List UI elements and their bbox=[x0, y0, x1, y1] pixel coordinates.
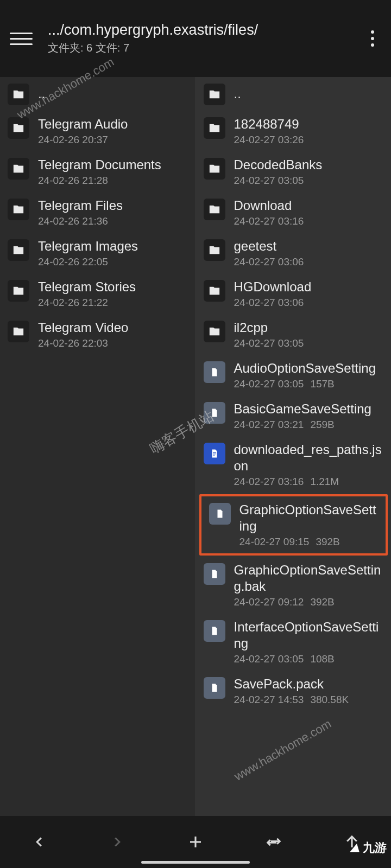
folder-icon bbox=[8, 280, 29, 302]
row-text: DecodedBanks24-02-27 03:05 bbox=[234, 157, 384, 187]
item-meta: 24-02-26 22:05 bbox=[38, 256, 188, 268]
folder-row[interactable]: Download24-02-27 03:16 bbox=[196, 192, 392, 233]
item-meta: 24-02-27 03:05108B bbox=[234, 653, 384, 665]
folder-row[interactable]: HGDownload24-02-27 03:06 bbox=[196, 273, 392, 314]
folder-row[interactable]: Telegram Audio24-02-26 20:37 bbox=[0, 111, 195, 151]
item-meta: 24-02-26 21:22 bbox=[38, 297, 188, 309]
item-name: BasicGameSaveSetting bbox=[234, 401, 384, 417]
item-name: GraphicOptionSaveSetting.bak bbox=[234, 562, 384, 595]
add-button[interactable] bbox=[174, 826, 217, 858]
row-text: Download24-02-27 03:16 bbox=[234, 197, 384, 227]
parent-directory-row[interactable]: .. bbox=[196, 77, 392, 111]
file-icon bbox=[204, 402, 225, 424]
file-row[interactable]: GraphicOptionSaveSetting.bak24-02-27 09:… bbox=[196, 557, 392, 614]
folder-row[interactable]: Telegram Images24-02-26 22:05 bbox=[0, 233, 195, 273]
row-text: geetest24-02-27 03:06 bbox=[234, 238, 384, 268]
folder-icon bbox=[204, 117, 225, 139]
app-toolbar: .../com.hypergryph.exastris/files/ 文件夹: … bbox=[0, 0, 391, 77]
item-meta: 24-02-27 03:16 bbox=[234, 215, 384, 227]
row-text: il2cpp24-02-27 03:05 bbox=[234, 320, 384, 349]
row-text: GraphicOptionSaveSetting24-02-27 09:1539… bbox=[239, 502, 379, 548]
file-row[interactable]: InterfaceOptionSaveSetting24-02-27 03:05… bbox=[196, 614, 392, 671]
folder-file-count: 文件夹: 6 文件: 7 bbox=[48, 41, 364, 55]
item-meta: 24-02-27 03:21259B bbox=[234, 419, 384, 431]
item-name: SavePack.pack bbox=[234, 676, 384, 692]
back-button[interactable] bbox=[17, 826, 61, 858]
overflow-menu-icon[interactable] bbox=[364, 30, 381, 47]
site-logo-text: 九游 bbox=[363, 840, 387, 856]
row-text: BasicGameSaveSetting24-02-27 03:21259B bbox=[234, 401, 384, 431]
item-meta: 24-02-27 09:15392B bbox=[239, 536, 379, 548]
folder-icon bbox=[8, 117, 29, 139]
item-name: Telegram Documents bbox=[38, 157, 188, 173]
forward-button[interactable] bbox=[96, 826, 139, 858]
file-row[interactable]: SavePack.pack24-02-27 14:53380.58K bbox=[196, 671, 392, 711]
file-panes: ..Telegram Audio24-02-26 20:37Telegram D… bbox=[0, 77, 391, 816]
home-indicator bbox=[141, 861, 250, 864]
file-row[interactable]: downloaded_res_paths.json24-02-27 03:161… bbox=[196, 436, 392, 493]
row-text: Telegram Files24-02-26 21:36 bbox=[38, 197, 188, 227]
row-text: downloaded_res_paths.json24-02-27 03:161… bbox=[234, 442, 384, 488]
row-text: AudioOptionSaveSetting24-02-27 03:05157B bbox=[234, 360, 384, 390]
row-text: Telegram Images24-02-26 22:05 bbox=[38, 238, 188, 268]
row-text: SavePack.pack24-02-27 14:53380.58K bbox=[234, 676, 384, 706]
folder-icon bbox=[204, 199, 225, 220]
folder-row[interactable]: 18248874924-02-27 03:26 bbox=[196, 111, 392, 151]
row-text: Telegram Audio24-02-26 20:37 bbox=[38, 116, 188, 146]
item-name: Telegram Files bbox=[38, 197, 188, 214]
swap-panes-button[interactable] bbox=[252, 826, 295, 858]
folder-icon bbox=[204, 84, 225, 105]
file-row[interactable]: AudioOptionSaveSetting24-02-27 03:05157B bbox=[196, 355, 392, 395]
folder-icon bbox=[204, 321, 225, 342]
item-name: il2cpp bbox=[234, 320, 384, 336]
folder-icon bbox=[8, 239, 29, 261]
title-block: .../com.hypergryph.exastris/files/ 文件夹: … bbox=[48, 22, 364, 55]
file-icon bbox=[204, 563, 225, 585]
folder-row[interactable]: Telegram Documents24-02-26 21:28 bbox=[0, 151, 195, 192]
parent-label: .. bbox=[38, 86, 188, 102]
folder-row[interactable]: Telegram Stories24-02-26 21:22 bbox=[0, 273, 195, 314]
breadcrumb-path[interactable]: .../com.hypergryph.exastris/files/ bbox=[48, 22, 364, 39]
folder-icon bbox=[8, 321, 29, 342]
file-row[interactable]: GraphicOptionSaveSetting24-02-27 09:1539… bbox=[199, 494, 388, 556]
file-icon bbox=[204, 620, 225, 642]
folder-row[interactable]: geetest24-02-27 03:06 bbox=[196, 233, 392, 273]
folder-row[interactable]: il2cpp24-02-27 03:05 bbox=[196, 314, 392, 355]
parent-directory-row[interactable]: .. bbox=[0, 77, 195, 111]
site-logo: 九游 bbox=[351, 840, 387, 856]
parent-label: .. bbox=[234, 86, 384, 102]
file-icon bbox=[204, 361, 225, 383]
folder-icon bbox=[8, 158, 29, 180]
item-meta: 24-02-27 03:05 bbox=[234, 175, 384, 187]
item-name: Telegram Audio bbox=[38, 116, 188, 132]
item-name: geetest bbox=[234, 238, 384, 254]
item-name: InterfaceOptionSaveSetting bbox=[234, 619, 384, 652]
row-text: GraphicOptionSaveSetting.bak24-02-27 09:… bbox=[234, 562, 384, 608]
folder-row[interactable]: DecodedBanks24-02-27 03:05 bbox=[196, 151, 392, 192]
hamburger-menu-icon[interactable] bbox=[10, 27, 33, 50]
item-name: downloaded_res_paths.json bbox=[234, 442, 384, 474]
row-text: 18248874924-02-27 03:26 bbox=[234, 116, 384, 146]
item-name: Telegram Images bbox=[38, 238, 188, 254]
row-text: InterfaceOptionSaveSetting24-02-27 03:05… bbox=[234, 619, 384, 665]
row-text: Telegram Stories24-02-26 21:22 bbox=[38, 279, 188, 309]
file-icon bbox=[204, 677, 225, 699]
item-meta: 24-02-27 03:06 bbox=[234, 297, 384, 309]
row-text: HGDownload24-02-27 03:06 bbox=[234, 279, 384, 309]
item-meta: 24-02-27 03:05157B bbox=[234, 378, 384, 390]
folder-icon bbox=[204, 158, 225, 180]
folder-row[interactable]: Telegram Video24-02-26 22:03 bbox=[0, 314, 195, 355]
item-meta: 24-02-27 14:53380.58K bbox=[234, 694, 384, 706]
item-name: DecodedBanks bbox=[234, 157, 384, 173]
file-icon bbox=[204, 443, 225, 464]
folder-row[interactable]: Telegram Files24-02-26 21:36 bbox=[0, 192, 195, 233]
item-meta: 24-02-27 03:26 bbox=[234, 134, 384, 146]
left-pane[interactable]: ..Telegram Audio24-02-26 20:37Telegram D… bbox=[0, 77, 196, 816]
item-name: AudioOptionSaveSetting bbox=[234, 360, 384, 376]
folder-icon bbox=[204, 280, 225, 302]
file-row[interactable]: BasicGameSaveSetting24-02-27 03:21259B bbox=[196, 395, 392, 436]
item-name: GraphicOptionSaveSetting bbox=[239, 502, 379, 534]
row-text: Telegram Video24-02-26 22:03 bbox=[38, 320, 188, 349]
right-pane[interactable]: ..18248874924-02-27 03:26DecodedBanks24-… bbox=[196, 77, 392, 816]
folder-icon bbox=[8, 199, 29, 220]
